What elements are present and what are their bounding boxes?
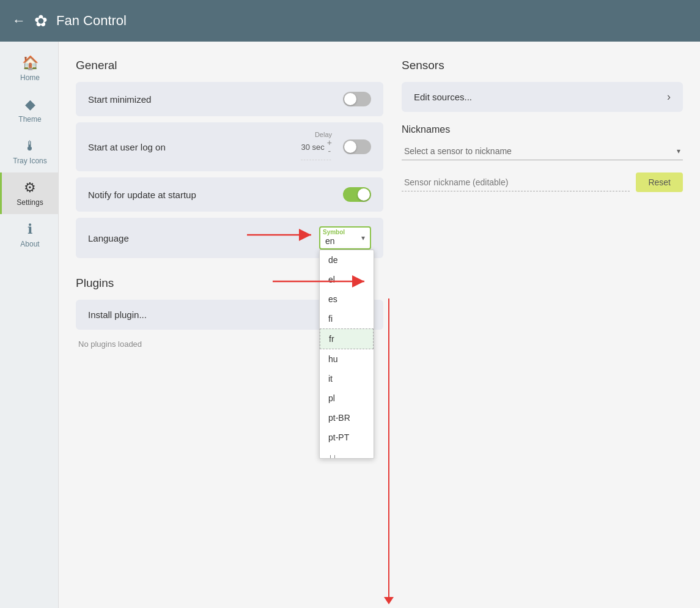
theme-icon: ◆ [25, 97, 35, 113]
lang-option-it[interactable]: it [320, 369, 374, 388]
edit-sources-card[interactable]: Edit sources... › [402, 82, 683, 112]
sidebar-item-theme-label: Theme [18, 115, 41, 124]
main-content: General Start minimized Start at user lo… [59, 42, 700, 608]
dropdown-arrow-icon: ▾ [361, 234, 365, 242]
sensor-nickname-input[interactable] [402, 174, 630, 191]
tray-icon: 🌡 [23, 138, 37, 154]
install-plugin-label: Install plugin... [88, 310, 147, 320]
sensors-column: Sensors Edit sources... › Nicknames Sele… [402, 59, 683, 351]
home-icon: 🏠 [22, 55, 39, 71]
start-minimized-card: Start minimized [76, 82, 383, 116]
notify-toggle[interactable] [343, 187, 371, 202]
language-dropdown-trigger[interactable]: Symbol en ▾ [319, 226, 371, 250]
lang-option-fr[interactable]: fr [320, 328, 374, 349]
lang-option-down-arrows[interactable]: ↓↓ [320, 447, 374, 458]
language-current-value: en [325, 236, 335, 246]
edit-sources-label: Edit sources... [414, 92, 472, 102]
start-logon-card: Start at user log on Delay 30 sec + - [76, 122, 383, 171]
lang-option-pt-pt[interactable]: pt-PT [320, 428, 374, 447]
sidebar-item-tray-label: Tray Icons [13, 157, 47, 165]
reset-button[interactable]: Reset [636, 172, 683, 192]
sidebar-item-about[interactable]: ℹ About [0, 214, 58, 256]
nicknames-title: Nicknames [402, 124, 683, 135]
sidebar-item-settings[interactable]: ⚙ Settings [0, 172, 58, 214]
delay-section: Delay 30 sec + - ----------- [301, 131, 332, 163]
sidebar-item-tray-icons[interactable]: 🌡 Tray Icons [0, 131, 58, 172]
lang-option-pl[interactable]: pl [320, 388, 374, 408]
lang-option-es[interactable]: es [320, 289, 374, 309]
lang-option-fi[interactable]: fi [320, 309, 374, 328]
lang-option-de[interactable]: de [320, 250, 374, 270]
start-minimized-label: Start minimized [88, 94, 151, 105]
app-header: ← ✿ Fan Control [0, 0, 700, 42]
sidebar-item-settings-label: Settings [17, 198, 43, 207]
sensor-select-wrapper: Select a sensor to nickname ▾ [402, 143, 683, 160]
lang-option-pt-br[interactable]: pt-BR [320, 408, 374, 428]
app-icon: ✿ [34, 12, 48, 31]
notify-label: Notify for update at startup [88, 190, 196, 200]
sidebar: 🏠 Home ◆ Theme 🌡 Tray Icons ⚙ Settings ℹ… [0, 42, 59, 608]
delay-increase-button[interactable]: + [327, 138, 332, 147]
toggle-knob-logon [344, 141, 356, 153]
sensors-title: Sensors [402, 59, 683, 72]
sensor-select[interactable]: Select a sensor to nickname [402, 143, 683, 160]
svg-marker-5 [384, 597, 394, 604]
back-button[interactable]: ← [12, 13, 26, 29]
language-dropdown-scroll[interactable]: de el es fi fr hu it pl pt-BR pt-PT ↓↓ [320, 250, 374, 458]
notify-toggle-knob [358, 188, 370, 201]
lang-option-hu[interactable]: hu [320, 349, 374, 369]
language-dropdown-menu: de el es fi fr hu it pl pt-BR pt-PT ↓↓ [319, 250, 374, 459]
start-minimized-toggle[interactable] [343, 92, 371, 106]
nickname-input-row: Reset [402, 172, 683, 192]
settings-icon: ⚙ [24, 180, 36, 196]
chevron-right-icon: › [667, 91, 671, 103]
delay-decrease-button[interactable]: - [327, 147, 332, 155]
dropdown-symbol-label: Symbol [323, 229, 345, 235]
language-label: Language [88, 233, 129, 243]
language-card: Language Symbol [76, 218, 383, 258]
start-logon-label: Start at user log on [88, 142, 166, 152]
notify-update-card: Notify for update at startup [76, 177, 383, 212]
toggle-knob [344, 93, 356, 105]
general-title: General [76, 59, 383, 72]
app-title: Fan Control [56, 13, 127, 29]
sidebar-item-theme[interactable]: ◆ Theme [0, 89, 58, 131]
sidebar-item-home-label: Home [20, 73, 40, 82]
sidebar-item-home[interactable]: 🏠 Home [0, 48, 58, 89]
delay-dashes: ----------- [301, 155, 332, 163]
lang-option-el[interactable]: el [320, 270, 374, 289]
sidebar-item-about-label: About [20, 240, 39, 248]
info-icon: ℹ [28, 221, 32, 237]
nickname-select-row: Select a sensor to nickname ▾ [402, 143, 683, 160]
start-logon-toggle[interactable] [343, 139, 371, 154]
delay-value: 30 sec [301, 143, 325, 152]
